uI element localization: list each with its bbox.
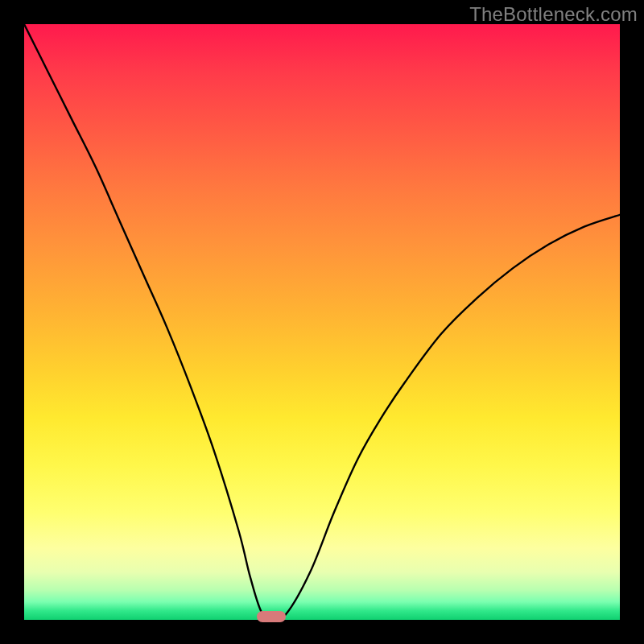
plot-area [24, 24, 620, 620]
bottleneck-curve [24, 24, 620, 620]
chart-frame: TheBottleneck.com [0, 0, 644, 644]
optimal-point-marker [257, 611, 286, 622]
watermark-text: TheBottleneck.com [469, 3, 638, 26]
